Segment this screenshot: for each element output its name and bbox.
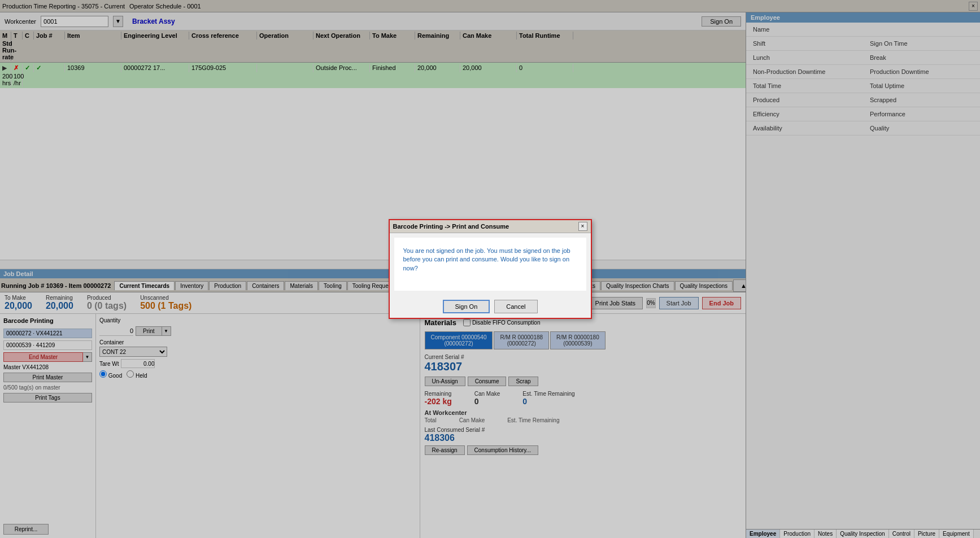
- modal-title: Barcode Printing -> Print and Consume: [393, 223, 509, 230]
- modal-cancel-button[interactable]: Cancel: [494, 300, 537, 313]
- modal-close-button[interactable]: ×: [578, 222, 587, 231]
- modal-overlay: Barcode Printing -> Print and Consume × …: [0, 0, 980, 538]
- modal-sign-on-button[interactable]: Sign On: [443, 300, 490, 313]
- modal-message: You are not signed on the job. You must …: [403, 247, 577, 273]
- modal-title-bar: Barcode Printing -> Print and Consume ×: [390, 220, 591, 233]
- modal-body: You are not signed on the job. You must …: [394, 238, 586, 291]
- modal-buttons: Sign On Cancel: [390, 295, 591, 318]
- modal-dialog: Barcode Printing -> Print and Consume × …: [389, 219, 592, 319]
